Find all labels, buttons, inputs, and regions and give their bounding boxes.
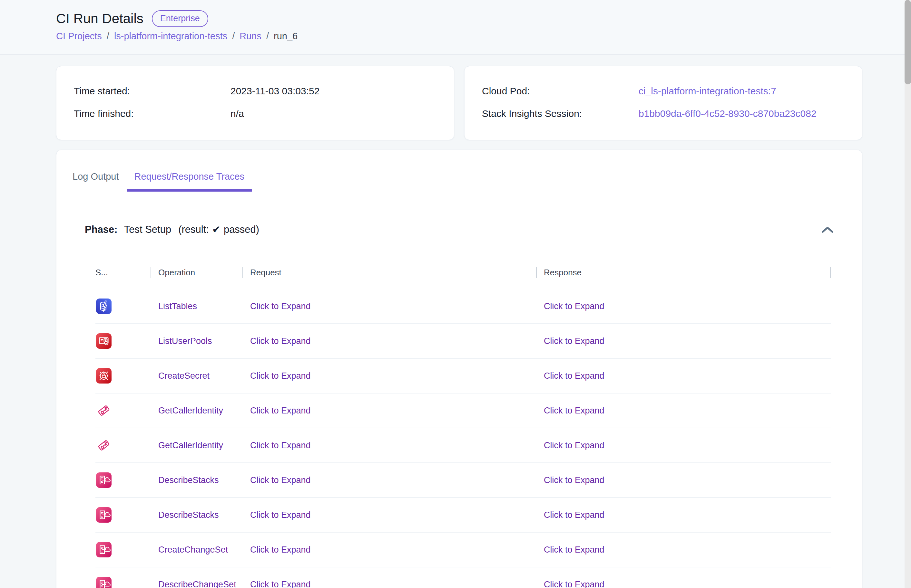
- phase-name: Test Setup: [124, 223, 171, 237]
- breadcrumb-runs[interactable]: Runs: [240, 31, 261, 42]
- operation-link[interactable]: ListTables: [158, 301, 197, 311]
- run-times-card: Time started: 2023-11-03 03:03:52 Time f…: [56, 66, 454, 140]
- check-icon: ✔: [212, 223, 220, 237]
- time-started-label: Time started:: [74, 86, 230, 97]
- stack-insights-label: Stack Insights Session:: [482, 108, 639, 119]
- trace-table: S... Operation Request Response: [96, 266, 831, 588]
- operation-link[interactable]: GetCallerIdentity: [158, 406, 223, 415]
- table-row: ListUserPools Click to Expand Click to E…: [96, 324, 831, 359]
- breadcrumb: CI Projects / ls-platform-integration-te…: [56, 31, 911, 42]
- service-icon-cell: [96, 368, 151, 383]
- secretsmanager-icon: [96, 368, 112, 383]
- response-expand-link[interactable]: Click to Expand: [544, 301, 605, 311]
- operation-link[interactable]: CreateChangeSet: [158, 545, 228, 554]
- service-icon-cell: [96, 403, 151, 418]
- breadcrumb-separator: /: [232, 31, 235, 42]
- tab-log-output[interactable]: Log Output: [65, 169, 127, 192]
- table-row: CreateSecret Click to Expand Click to Ex…: [96, 359, 831, 394]
- column-header-response: Response: [536, 266, 831, 279]
- table-row: DescribeStacks Click to Expand Click to …: [96, 463, 831, 498]
- column-header-service: S...: [96, 266, 151, 279]
- cognito-icon: [96, 333, 112, 349]
- time-started-row: Time started: 2023-11-03 03:03:52: [74, 80, 454, 102]
- phase-result: (result: ✔ passed): [178, 223, 259, 237]
- request-expand-link[interactable]: Click to Expand: [250, 336, 311, 346]
- response-expand-link[interactable]: Click to Expand: [544, 510, 605, 520]
- phase-header: Phase: Test Setup (result: ✔ passed): [85, 223, 835, 237]
- cloud-pod-label: Cloud Pod:: [482, 86, 639, 97]
- phase-result-suffix: passed): [224, 223, 259, 237]
- operation-link[interactable]: ListUserPools: [158, 336, 212, 346]
- table-row: DescribeChangeSet Click to Expand Click …: [96, 567, 831, 588]
- table-row: DescribeStacks Click to Expand Click to …: [96, 498, 831, 533]
- operation-link[interactable]: DescribeStacks: [158, 475, 219, 485]
- table-row: GetCallerIdentity Click to Expand Click …: [96, 428, 831, 463]
- response-expand-link[interactable]: Click to Expand: [544, 475, 605, 485]
- stack-insights-row: Stack Insights Session: b1bb09da-6ff0-4c…: [482, 102, 862, 125]
- page-header: CI Run Details Enterprise CI Projects / …: [0, 0, 911, 55]
- request-expand-link[interactable]: Click to Expand: [250, 580, 311, 588]
- request-expand-link[interactable]: Click to Expand: [250, 475, 311, 485]
- response-expand-link[interactable]: Click to Expand: [544, 545, 605, 554]
- chevron-up-icon: [821, 226, 834, 233]
- request-expand-link[interactable]: Click to Expand: [250, 371, 311, 381]
- service-icon-cell: [96, 333, 151, 349]
- phase-label: Phase:: [85, 223, 118, 237]
- tab-bar: Log Output Request/Response Traces: [65, 169, 862, 192]
- service-icon-cell: [96, 577, 151, 588]
- service-icon-cell: [96, 507, 151, 523]
- time-started-value: 2023-11-03 03:03:52: [230, 86, 319, 97]
- scrollbar-thumb[interactable]: [905, 0, 911, 84]
- sts-icon: [96, 403, 112, 418]
- sts-icon: [96, 438, 112, 453]
- response-expand-link[interactable]: Click to Expand: [544, 580, 605, 588]
- breadcrumb-project[interactable]: ls-platform-integration-tests: [114, 31, 227, 42]
- cloudformation-icon: [96, 472, 112, 488]
- response-expand-link[interactable]: Click to Expand: [544, 371, 605, 381]
- scrollbar-track[interactable]: [905, 0, 911, 588]
- dynamodb-icon: [96, 299, 112, 314]
- session-card: Cloud Pod: ci_ls-platform-integration-te…: [464, 66, 862, 140]
- table-row: CreateChangeSet Click to Expand Click to…: [96, 533, 831, 567]
- time-finished-row: Time finished: n/a: [74, 102, 454, 125]
- trace-table-body: ListTables Click to Expand Click to Expa…: [96, 289, 831, 588]
- page-title: CI Run Details: [56, 11, 143, 26]
- operation-link[interactable]: DescribeStacks: [158, 510, 219, 520]
- collapse-phase-button[interactable]: [820, 225, 835, 235]
- traces-card: Log Output Request/Response Traces Phase…: [56, 150, 862, 588]
- column-header-request: Request: [242, 266, 536, 279]
- table-row: GetCallerIdentity Click to Expand Click …: [96, 394, 831, 428]
- cloudformation-icon: [96, 507, 112, 523]
- breadcrumb-ci-projects[interactable]: CI Projects: [56, 31, 102, 42]
- request-expand-link[interactable]: Click to Expand: [250, 545, 311, 554]
- main-content: Time started: 2023-11-03 03:03:52 Time f…: [0, 66, 911, 588]
- request-expand-link[interactable]: Click to Expand: [250, 441, 311, 450]
- service-icon-cell: [96, 438, 151, 453]
- cloud-pod-link[interactable]: ci_ls-platform-integration-tests:7: [639, 86, 776, 97]
- breadcrumb-separator: /: [107, 31, 109, 42]
- breadcrumb-current-run: run_6: [274, 31, 298, 42]
- cloud-pod-row: Cloud Pod: ci_ls-platform-integration-te…: [482, 80, 862, 102]
- time-finished-value: n/a: [230, 108, 244, 119]
- response-expand-link[interactable]: Click to Expand: [544, 336, 605, 346]
- breadcrumb-separator: /: [266, 31, 269, 42]
- operation-link[interactable]: GetCallerIdentity: [158, 441, 223, 450]
- phase-result-prefix: (result:: [178, 223, 209, 237]
- stack-insights-session-link[interactable]: b1bb09da-6ff0-4c52-8930-c870ba23c082: [639, 108, 817, 119]
- operation-link[interactable]: CreateSecret: [158, 371, 209, 381]
- tab-request-response-traces[interactable]: Request/Response Traces: [127, 169, 253, 192]
- response-expand-link[interactable]: Click to Expand: [544, 406, 605, 415]
- service-icon-cell: [96, 542, 151, 557]
- request-expand-link[interactable]: Click to Expand: [250, 301, 311, 311]
- operation-link[interactable]: DescribeChangeSet: [158, 580, 236, 588]
- column-header-operation: Operation: [151, 266, 242, 279]
- service-icon-cell: [96, 472, 151, 488]
- enterprise-badge: Enterprise: [152, 10, 208, 27]
- request-expand-link[interactable]: Click to Expand: [250, 406, 311, 415]
- cloudformation-icon: [96, 577, 112, 588]
- trace-table-header: S... Operation Request Response: [96, 266, 831, 279]
- table-row: ListTables Click to Expand Click to Expa…: [96, 289, 831, 324]
- response-expand-link[interactable]: Click to Expand: [544, 441, 605, 450]
- request-expand-link[interactable]: Click to Expand: [250, 510, 311, 520]
- service-icon-cell: [96, 299, 151, 314]
